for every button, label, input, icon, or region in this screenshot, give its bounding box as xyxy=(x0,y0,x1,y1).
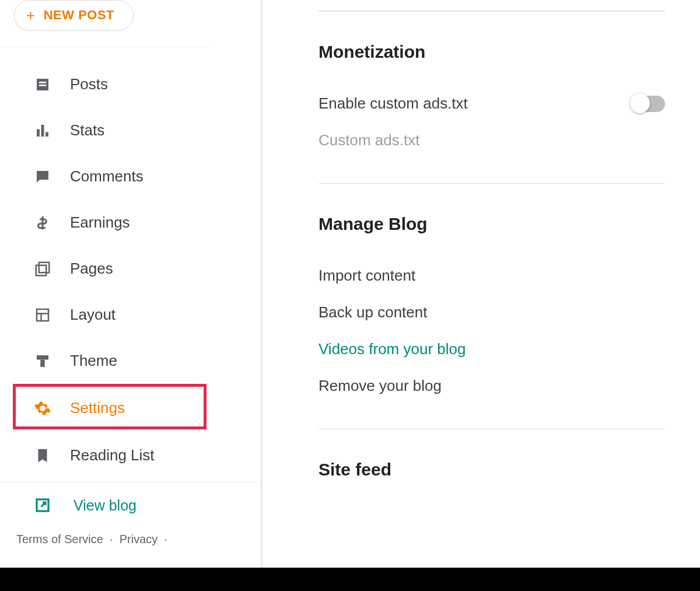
toggle-knob xyxy=(630,93,650,113)
custom-ads-label: Custom ads.txt xyxy=(318,131,419,149)
svg-rect-6 xyxy=(36,265,47,275)
gear-icon xyxy=(34,400,51,417)
svg-rect-4 xyxy=(46,132,48,137)
external-link-icon xyxy=(34,496,51,514)
remove-blog-label: Remove your blog xyxy=(318,377,442,395)
import-content-label: Import content xyxy=(318,267,415,285)
svg-rect-2 xyxy=(37,129,40,137)
svg-rect-5 xyxy=(39,262,50,272)
enable-custom-ads-label: Enable custom ads.txt xyxy=(318,95,468,113)
sidebar-footer: Terms of Service · Privacy · xyxy=(0,528,261,551)
enable-custom-ads-toggle[interactable] xyxy=(631,96,665,112)
bookmark-icon xyxy=(34,447,51,464)
videos-from-blog-row[interactable]: Videos from your blog xyxy=(318,331,665,368)
import-content-row[interactable]: Import content xyxy=(318,257,665,294)
custom-ads-row: Custom ads.txt xyxy=(318,122,665,159)
section-title-monetization: Monetization xyxy=(318,42,665,62)
stats-icon xyxy=(34,122,51,139)
svg-rect-3 xyxy=(41,125,44,137)
privacy-link[interactable]: Privacy xyxy=(120,533,158,545)
section-title-site-feed: Site feed xyxy=(318,460,665,480)
sidebar-item-label: Stats xyxy=(70,121,104,139)
sidebar-item-reading-list[interactable]: Reading List xyxy=(0,432,261,478)
pages-icon xyxy=(34,260,51,278)
bottom-bar xyxy=(0,568,700,591)
sidebar-item-label: Comments xyxy=(70,167,144,186)
enable-custom-ads-row[interactable]: Enable custom ads.txt xyxy=(318,85,665,122)
sidebar-item-settings[interactable]: Settings xyxy=(0,384,261,432)
sidebar: + NEW POST Posts Stats xyxy=(0,0,262,568)
sidebar-item-label: Reading List xyxy=(70,446,155,464)
new-post-label: NEW POST xyxy=(44,8,114,23)
sidebar-item-label: Pages xyxy=(70,260,113,278)
comments-icon xyxy=(34,168,51,186)
view-blog-label: View blog xyxy=(74,497,136,514)
sidebar-item-comments[interactable]: Comments xyxy=(0,153,261,200)
svg-rect-11 xyxy=(40,359,45,367)
terms-link[interactable]: Terms of Service xyxy=(16,533,103,545)
layout-icon xyxy=(34,306,51,324)
earnings-icon xyxy=(34,214,51,232)
sidebar-item-theme[interactable]: Theme xyxy=(0,338,261,384)
sidebar-nav: Posts Stats Comments Earnings xyxy=(0,47,261,478)
backup-content-row[interactable]: Back up content xyxy=(318,294,665,331)
manage-blog-section: Manage Blog Import content Back up conte… xyxy=(318,184,665,429)
main-content: Monetization Enable custom ads.txt Custo… xyxy=(262,0,700,568)
monetization-section: Monetization Enable custom ads.txt Custo… xyxy=(318,12,665,184)
remove-blog-row[interactable]: Remove your blog xyxy=(318,368,665,404)
svg-rect-1 xyxy=(39,85,47,86)
sidebar-item-stats[interactable]: Stats xyxy=(0,107,261,153)
videos-from-blog-label: Videos from your blog xyxy=(318,340,466,358)
view-blog-link[interactable]: View blog xyxy=(0,482,261,528)
site-feed-section: Site feed xyxy=(318,429,665,480)
sidebar-item-label: Layout xyxy=(70,306,116,324)
backup-content-label: Back up content xyxy=(318,303,427,321)
section-title-manage-blog: Manage Blog xyxy=(318,214,665,234)
sidebar-item-earnings[interactable]: Earnings xyxy=(0,200,261,246)
sidebar-item-label: Earnings xyxy=(70,214,130,232)
theme-icon xyxy=(34,352,51,370)
svg-rect-10 xyxy=(37,355,48,360)
svg-rect-7 xyxy=(37,309,48,321)
plus-icon: + xyxy=(26,8,36,23)
sidebar-item-layout[interactable]: Layout xyxy=(0,292,261,338)
sidebar-item-label: Posts xyxy=(70,75,108,93)
new-post-button[interactable]: + NEW POST xyxy=(14,0,134,30)
sidebar-item-pages[interactable]: Pages xyxy=(0,246,261,292)
svg-rect-0 xyxy=(39,82,47,83)
posts-icon xyxy=(34,76,51,93)
sidebar-item-label: Theme xyxy=(70,352,117,370)
sidebar-item-label: Settings xyxy=(70,399,125,417)
sidebar-item-posts[interactable]: Posts xyxy=(0,61,261,107)
